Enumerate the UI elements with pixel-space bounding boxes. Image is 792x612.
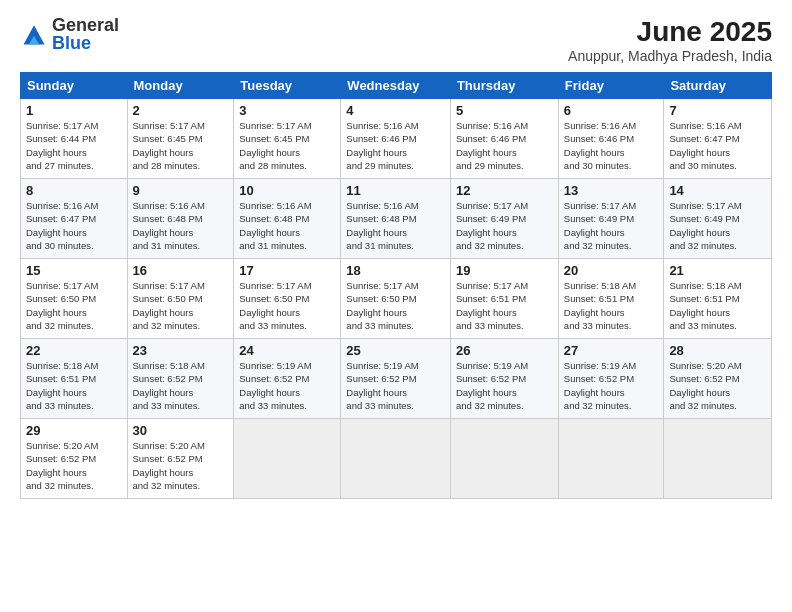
day-info: Sunrise: 5:20 AM Sunset: 6:52 PM Dayligh… xyxy=(133,439,229,492)
day-info: Sunrise: 5:16 AM Sunset: 6:47 PM Dayligh… xyxy=(26,199,122,252)
day-info: Sunrise: 5:17 AM Sunset: 6:50 PM Dayligh… xyxy=(133,279,229,332)
day-info: Sunrise: 5:18 AM Sunset: 6:52 PM Dayligh… xyxy=(133,359,229,412)
table-row: 21 Sunrise: 5:18 AM Sunset: 6:51 PM Dayl… xyxy=(664,259,772,339)
day-info: Sunrise: 5:16 AM Sunset: 6:48 PM Dayligh… xyxy=(133,199,229,252)
day-info: Sunrise: 5:17 AM Sunset: 6:45 PM Dayligh… xyxy=(239,119,335,172)
calendar-table: Sunday Monday Tuesday Wednesday Thursday… xyxy=(20,72,772,499)
weekday-friday: Friday xyxy=(558,73,664,99)
day-info: Sunrise: 5:17 AM Sunset: 6:49 PM Dayligh… xyxy=(456,199,553,252)
weekday-wednesday: Wednesday xyxy=(341,73,451,99)
day-info: Sunrise: 5:16 AM Sunset: 6:48 PM Dayligh… xyxy=(346,199,445,252)
day-number: 30 xyxy=(133,423,229,438)
day-info: Sunrise: 5:16 AM Sunset: 6:46 PM Dayligh… xyxy=(564,119,659,172)
table-row xyxy=(664,419,772,499)
day-info: Sunrise: 5:17 AM Sunset: 6:49 PM Dayligh… xyxy=(564,199,659,252)
calendar-subtitle: Anuppur, Madhya Pradesh, India xyxy=(568,48,772,64)
day-number: 23 xyxy=(133,343,229,358)
day-number: 17 xyxy=(239,263,335,278)
day-info: Sunrise: 5:20 AM Sunset: 6:52 PM Dayligh… xyxy=(26,439,122,492)
table-row: 16 Sunrise: 5:17 AM Sunset: 6:50 PM Dayl… xyxy=(127,259,234,339)
day-number: 16 xyxy=(133,263,229,278)
day-info: Sunrise: 5:16 AM Sunset: 6:47 PM Dayligh… xyxy=(669,119,766,172)
calendar-title: June 2025 xyxy=(568,16,772,48)
weekday-thursday: Thursday xyxy=(450,73,558,99)
weekday-tuesday: Tuesday xyxy=(234,73,341,99)
day-number: 4 xyxy=(346,103,445,118)
calendar-row: 8 Sunrise: 5:16 AM Sunset: 6:47 PM Dayli… xyxy=(21,179,772,259)
table-row: 1 Sunrise: 5:17 AM Sunset: 6:44 PM Dayli… xyxy=(21,99,128,179)
table-row xyxy=(558,419,664,499)
day-info: Sunrise: 5:19 AM Sunset: 6:52 PM Dayligh… xyxy=(564,359,659,412)
table-row: 14 Sunrise: 5:17 AM Sunset: 6:49 PM Dayl… xyxy=(664,179,772,259)
day-number: 21 xyxy=(669,263,766,278)
day-info: Sunrise: 5:17 AM Sunset: 6:49 PM Dayligh… xyxy=(669,199,766,252)
table-row: 3 Sunrise: 5:17 AM Sunset: 6:45 PM Dayli… xyxy=(234,99,341,179)
day-info: Sunrise: 5:17 AM Sunset: 6:51 PM Dayligh… xyxy=(456,279,553,332)
day-number: 22 xyxy=(26,343,122,358)
table-row: 2 Sunrise: 5:17 AM Sunset: 6:45 PM Dayli… xyxy=(127,99,234,179)
title-block: June 2025 Anuppur, Madhya Pradesh, India xyxy=(568,16,772,64)
day-info: Sunrise: 5:16 AM Sunset: 6:46 PM Dayligh… xyxy=(346,119,445,172)
day-info: Sunrise: 5:18 AM Sunset: 6:51 PM Dayligh… xyxy=(669,279,766,332)
day-number: 8 xyxy=(26,183,122,198)
day-number: 25 xyxy=(346,343,445,358)
calendar-header-row: Sunday Monday Tuesday Wednesday Thursday… xyxy=(21,73,772,99)
day-number: 2 xyxy=(133,103,229,118)
day-info: Sunrise: 5:17 AM Sunset: 6:45 PM Dayligh… xyxy=(133,119,229,172)
day-info: Sunrise: 5:20 AM Sunset: 6:52 PM Dayligh… xyxy=(669,359,766,412)
logo-icon xyxy=(20,20,48,48)
table-row: 11 Sunrise: 5:16 AM Sunset: 6:48 PM Dayl… xyxy=(341,179,451,259)
day-number: 18 xyxy=(346,263,445,278)
day-number: 10 xyxy=(239,183,335,198)
table-row xyxy=(234,419,341,499)
table-row xyxy=(341,419,451,499)
calendar-row: 15 Sunrise: 5:17 AM Sunset: 6:50 PM Dayl… xyxy=(21,259,772,339)
table-row: 25 Sunrise: 5:19 AM Sunset: 6:52 PM Dayl… xyxy=(341,339,451,419)
calendar-page: General Blue June 2025 Anuppur, Madhya P… xyxy=(0,0,792,612)
day-number: 9 xyxy=(133,183,229,198)
day-info: Sunrise: 5:17 AM Sunset: 6:50 PM Dayligh… xyxy=(346,279,445,332)
day-info: Sunrise: 5:16 AM Sunset: 6:46 PM Dayligh… xyxy=(456,119,553,172)
day-info: Sunrise: 5:18 AM Sunset: 6:51 PM Dayligh… xyxy=(26,359,122,412)
table-row: 15 Sunrise: 5:17 AM Sunset: 6:50 PM Dayl… xyxy=(21,259,128,339)
weekday-saturday: Saturday xyxy=(664,73,772,99)
day-info: Sunrise: 5:19 AM Sunset: 6:52 PM Dayligh… xyxy=(456,359,553,412)
day-info: Sunrise: 5:17 AM Sunset: 6:50 PM Dayligh… xyxy=(26,279,122,332)
day-number: 6 xyxy=(564,103,659,118)
table-row: 18 Sunrise: 5:17 AM Sunset: 6:50 PM Dayl… xyxy=(341,259,451,339)
table-row: 10 Sunrise: 5:16 AM Sunset: 6:48 PM Dayl… xyxy=(234,179,341,259)
day-info: Sunrise: 5:16 AM Sunset: 6:48 PM Dayligh… xyxy=(239,199,335,252)
day-number: 5 xyxy=(456,103,553,118)
day-number: 12 xyxy=(456,183,553,198)
day-number: 1 xyxy=(26,103,122,118)
table-row: 23 Sunrise: 5:18 AM Sunset: 6:52 PM Dayl… xyxy=(127,339,234,419)
weekday-sunday: Sunday xyxy=(21,73,128,99)
day-number: 24 xyxy=(239,343,335,358)
table-row: 7 Sunrise: 5:16 AM Sunset: 6:47 PM Dayli… xyxy=(664,99,772,179)
table-row: 27 Sunrise: 5:19 AM Sunset: 6:52 PM Dayl… xyxy=(558,339,664,419)
day-number: 27 xyxy=(564,343,659,358)
day-number: 29 xyxy=(26,423,122,438)
table-row: 6 Sunrise: 5:16 AM Sunset: 6:46 PM Dayli… xyxy=(558,99,664,179)
table-row: 24 Sunrise: 5:19 AM Sunset: 6:52 PM Dayl… xyxy=(234,339,341,419)
table-row: 13 Sunrise: 5:17 AM Sunset: 6:49 PM Dayl… xyxy=(558,179,664,259)
day-info: Sunrise: 5:19 AM Sunset: 6:52 PM Dayligh… xyxy=(239,359,335,412)
table-row: 8 Sunrise: 5:16 AM Sunset: 6:47 PM Dayli… xyxy=(21,179,128,259)
table-row xyxy=(450,419,558,499)
day-number: 13 xyxy=(564,183,659,198)
day-number: 19 xyxy=(456,263,553,278)
day-number: 11 xyxy=(346,183,445,198)
logo-blue-text: Blue xyxy=(52,33,91,53)
table-row: 30 Sunrise: 5:20 AM Sunset: 6:52 PM Dayl… xyxy=(127,419,234,499)
table-row: 19 Sunrise: 5:17 AM Sunset: 6:51 PM Dayl… xyxy=(450,259,558,339)
day-number: 3 xyxy=(239,103,335,118)
day-number: 15 xyxy=(26,263,122,278)
day-info: Sunrise: 5:18 AM Sunset: 6:51 PM Dayligh… xyxy=(564,279,659,332)
calendar-row: 29 Sunrise: 5:20 AM Sunset: 6:52 PM Dayl… xyxy=(21,419,772,499)
logo: General Blue xyxy=(20,16,119,52)
table-row: 9 Sunrise: 5:16 AM Sunset: 6:48 PM Dayli… xyxy=(127,179,234,259)
logo-general-text: General xyxy=(52,15,119,35)
table-row: 12 Sunrise: 5:17 AM Sunset: 6:49 PM Dayl… xyxy=(450,179,558,259)
day-info: Sunrise: 5:19 AM Sunset: 6:52 PM Dayligh… xyxy=(346,359,445,412)
table-row: 20 Sunrise: 5:18 AM Sunset: 6:51 PM Dayl… xyxy=(558,259,664,339)
